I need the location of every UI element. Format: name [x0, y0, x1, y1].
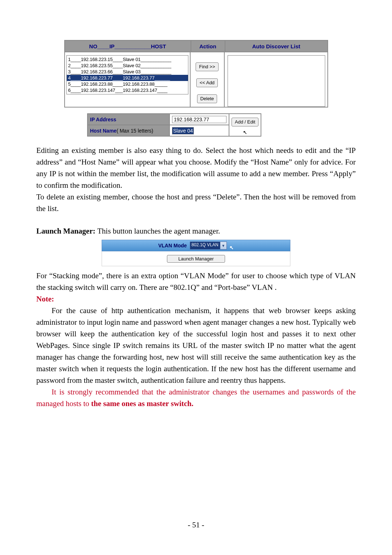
discover-listbox[interactable] [228, 55, 325, 107]
launch-manager-button[interactable]: Launch Manager [167, 255, 225, 263]
add-button[interactable]: << Add [196, 78, 218, 87]
ip-address-label: IP Address [87, 114, 170, 125]
page-number: - 51 - [0, 520, 392, 530]
vlan-mode-select[interactable]: 802.1Q VLAN ▼ [190, 242, 227, 250]
note-body1: For the cause of http authentication mec… [36, 305, 356, 386]
para-delete: To delete an existing member, choose the… [36, 191, 356, 214]
col-discover: Auto Discover List [225, 41, 327, 52]
list-item[interactable]: 3____192.168.223.66____Slave 03_________… [67, 69, 188, 75]
delete-button[interactable]: Delete [197, 94, 217, 103]
launch-para: Launch Manager: This button launches the… [36, 225, 356, 237]
ip-address-cell: 192.168.223.77 [170, 114, 229, 125]
vlan-mode-label: VLAN Mode [158, 243, 187, 248]
col-no-ip-host: NO____IP____________HOST [65, 41, 191, 52]
note-label: Note: [36, 293, 356, 305]
chevron-down-icon: ▼ [220, 242, 226, 249]
cursor-icon: ↖ [243, 127, 247, 135]
host-name-cell: Slave 04 [170, 125, 229, 136]
list-item[interactable]: 6____192.168.223.147___192.168.223.147__… [67, 87, 188, 93]
list-item[interactable]: 5____192.168.223.88____192.168.223.88___… [67, 81, 188, 87]
para-stacking: For “Stacking mode”, there is an extra o… [36, 270, 356, 293]
host-list-panel: NO____IP____________HOST Action Auto Dis… [64, 40, 328, 108]
host-list-header: NO____IP____________HOST Action Auto Dis… [65, 40, 327, 52]
add-edit-button[interactable]: Add / Edit [232, 118, 258, 126]
list-item[interactable]: 1____192.168.223.15____Slave 01_________… [67, 56, 188, 62]
vlan-panel: VLAN Mode 802.1Q VLAN ▼ ↖ Launch Manager [102, 240, 290, 266]
col-action: Action [191, 41, 225, 52]
para-edit: Editing an existing member is also easy … [36, 145, 356, 191]
host-name-label: Host Name( Max 15 letters) [87, 125, 170, 136]
host-name-input[interactable]: Slave 04 [172, 127, 194, 134]
ip-address-input[interactable]: 192.168.223.77 [172, 116, 226, 123]
list-item[interactable]: 2____192.168.223.55____Slave 02_________… [67, 62, 188, 69]
note-body2: It is strongly recommended that the admi… [36, 386, 356, 409]
host-listbox[interactable]: 1____192.168.223.15____Slave 01_________… [66, 55, 188, 94]
cursor-icon: ↖ [230, 243, 234, 251]
edit-table: IP Address 192.168.223.77 Add / Edit ↖ H… [87, 113, 305, 137]
list-item[interactable]: 4____192.168.223.77____192.168.223.77___… [67, 75, 188, 81]
find-button[interactable]: Find >> [196, 62, 218, 71]
apply-cell: Add / Edit ↖ [229, 114, 261, 136]
